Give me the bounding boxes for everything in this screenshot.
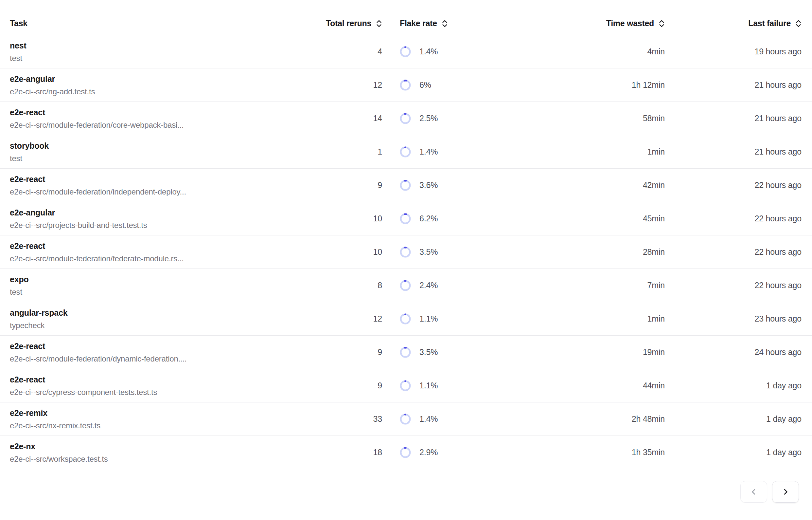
pagination	[0, 481, 812, 503]
table-row[interactable]: e2e-angular e2e-ci--src/projects-build-a…	[0, 202, 812, 235]
last-failure-value: 21 hours ago	[665, 114, 802, 123]
total-reruns-value: 9	[333, 347, 382, 357]
task-name: e2e-angular	[10, 72, 333, 85]
flake-rate-value: 3.5%	[419, 347, 438, 357]
task-target: e2e-ci--src/module-federation/core-webpa…	[10, 119, 333, 131]
task-cell: e2e-nx e2e-ci--src/workspace.test.ts	[10, 440, 333, 465]
table-row[interactable]: expo test 8 2.4% 7min 22 hours ago	[0, 269, 812, 302]
task-cell: e2e-react e2e-ci--src/cypress-component-…	[10, 373, 333, 398]
task-cell: e2e-angular e2e-ci--src/projects-build-a…	[10, 206, 333, 232]
flake-rate-cell: 1.1%	[382, 313, 537, 324]
flake-rate-donut-icon	[400, 380, 411, 391]
sort-icon	[442, 20, 448, 27]
flake-rate-value: 6.2%	[419, 214, 438, 223]
total-reruns-value: 12	[333, 314, 382, 323]
last-failure-value: 21 hours ago	[665, 80, 802, 90]
table-row[interactable]: e2e-react e2e-ci--src/module-federation/…	[0, 235, 812, 269]
task-name: e2e-react	[10, 239, 333, 253]
last-failure-value: 24 hours ago	[665, 347, 802, 357]
column-header-total-reruns[interactable]: Total reruns	[333, 19, 382, 28]
flake-rate-value: 1.4%	[419, 47, 438, 56]
last-failure-value: 22 hours ago	[665, 180, 802, 190]
flake-rate-value: 2.9%	[419, 448, 438, 457]
task-cell: storybook test	[10, 139, 333, 165]
time-wasted-value: 1h 35min	[537, 448, 665, 457]
flake-rate-cell: 6.2%	[382, 213, 537, 224]
column-header-last-failure[interactable]: Last failure	[665, 19, 802, 28]
table-row[interactable]: angular-rspack typecheck 12 1.1% 1min 23…	[0, 302, 812, 336]
flake-rate-cell: 2.4%	[382, 280, 537, 291]
previous-page-button[interactable]	[740, 481, 767, 503]
task-cell: expo test	[10, 273, 333, 298]
sort-icon	[659, 20, 665, 27]
task-target: test	[10, 52, 333, 64]
total-reruns-value: 10	[333, 247, 382, 257]
time-wasted-value: 7min	[537, 281, 665, 290]
last-failure-value: 1 day ago	[665, 448, 802, 457]
total-reruns-value: 9	[333, 381, 382, 390]
table-row[interactable]: e2e-angular e2e-ci--src/ng-add.test.ts 1…	[0, 69, 812, 102]
task-target: e2e-ci--src/cypress-component-tests.test…	[10, 386, 333, 398]
flake-rate-cell: 3.5%	[382, 246, 537, 258]
total-reruns-value: 33	[333, 414, 382, 424]
flake-rate-donut-icon	[400, 80, 411, 91]
task-target: test	[10, 152, 333, 165]
flake-rate-cell: 3.5%	[382, 347, 537, 358]
flake-rate-value: 1.4%	[419, 414, 438, 424]
time-wasted-value: 1min	[537, 147, 665, 157]
task-name: e2e-angular	[10, 206, 333, 219]
table-row[interactable]: storybook test 1 1.4% 1min 21 hours ago	[0, 135, 812, 168]
table-row[interactable]: e2e-react e2e-ci--src/module-federation/…	[0, 102, 812, 135]
table-row[interactable]: nest test 4 1.4% 4min 19 hours ago	[0, 35, 812, 69]
task-name: angular-rspack	[10, 306, 333, 319]
task-target: e2e-ci--src/projects-build-and-test.test…	[10, 219, 333, 232]
flake-rate-donut-icon	[400, 246, 411, 258]
total-reruns-value: 14	[333, 114, 382, 123]
flaky-tasks-table: Task Total reruns Flake rate Time wasted…	[0, 0, 812, 520]
flake-rate-cell: 3.6%	[382, 180, 537, 191]
total-reruns-value: 12	[333, 80, 382, 90]
time-wasted-value: 28min	[537, 247, 665, 257]
total-reruns-value: 8	[333, 281, 382, 290]
flake-rate-value: 1.4%	[419, 147, 438, 157]
task-target: typecheck	[10, 319, 333, 332]
table-row[interactable]: e2e-react e2e-ci--src/cypress-component-…	[0, 369, 812, 402]
task-target: test	[10, 286, 333, 298]
flake-rate-donut-icon	[400, 213, 411, 224]
flake-rate-cell: 2.5%	[382, 113, 537, 124]
flake-rate-donut-icon	[400, 46, 411, 57]
total-reruns-value: 9	[333, 180, 382, 190]
time-wasted-value: 1h 12min	[537, 80, 665, 90]
task-target: e2e-ci--src/workspace.test.ts	[10, 453, 333, 465]
column-label-last-failure: Last failure	[748, 19, 791, 28]
table-row[interactable]: e2e-nx e2e-ci--src/workspace.test.ts 18 …	[0, 436, 812, 469]
flake-rate-donut-icon	[400, 347, 411, 358]
last-failure-value: 22 hours ago	[665, 281, 802, 290]
task-cell: e2e-angular e2e-ci--src/ng-add.test.ts	[10, 72, 333, 98]
column-label-time-wasted: Time wasted	[606, 19, 654, 28]
table-row[interactable]: e2e-remix e2e-ci--src/nx-remix.test.ts 3…	[0, 402, 812, 436]
column-header-flake-rate[interactable]: Flake rate	[382, 19, 537, 28]
flake-rate-value: 2.4%	[419, 281, 438, 290]
total-reruns-value: 18	[333, 448, 382, 457]
flake-rate-cell: 1.4%	[382, 46, 537, 57]
task-cell: e2e-remix e2e-ci--src/nx-remix.test.ts	[10, 406, 333, 432]
table-header-row: Task Total reruns Flake rate Time wasted…	[0, 0, 812, 35]
task-name: e2e-nx	[10, 440, 333, 453]
table-row[interactable]: e2e-react e2e-ci--src/module-federation/…	[0, 168, 812, 202]
flake-rate-cell: 1.4%	[382, 414, 537, 425]
next-page-button[interactable]	[772, 481, 799, 503]
flake-rate-donut-icon	[400, 280, 411, 291]
flake-rate-cell: 6%	[382, 80, 537, 91]
task-target: e2e-ci--src/module-federation/federate-m…	[10, 253, 333, 265]
table-row[interactable]: e2e-react e2e-ci--src/module-federation/…	[0, 336, 812, 369]
task-cell: e2e-react e2e-ci--src/module-federation/…	[10, 239, 333, 265]
time-wasted-value: 45min	[537, 214, 665, 223]
time-wasted-value: 1min	[537, 314, 665, 323]
column-label-flake-rate: Flake rate	[400, 19, 437, 28]
column-header-time-wasted[interactable]: Time wasted	[537, 19, 665, 28]
task-name: e2e-react	[10, 106, 333, 119]
task-name: nest	[10, 39, 333, 52]
task-target: e2e-ci--src/nx-remix.test.ts	[10, 419, 333, 432]
flake-rate-donut-icon	[400, 447, 411, 458]
